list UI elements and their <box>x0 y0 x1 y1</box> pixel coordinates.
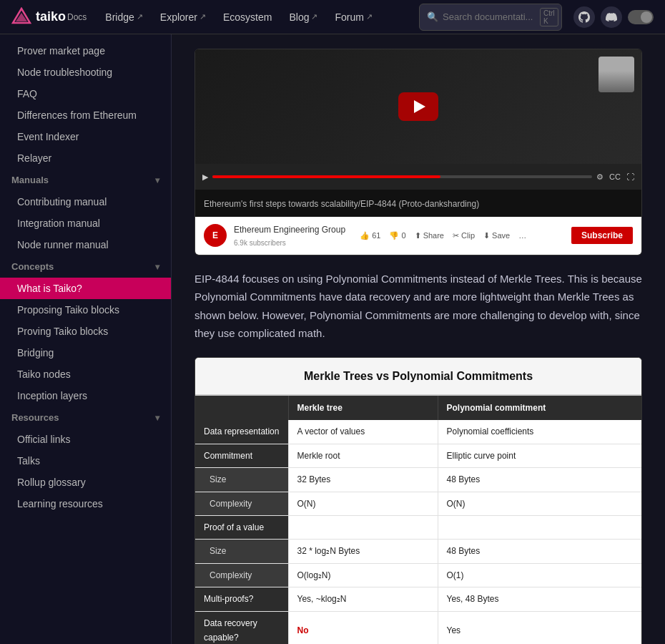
discord-button[interactable] <box>601 6 622 28</box>
sidebar-item-label: Node troubleshooting <box>17 67 112 78</box>
sidebar-item-label: What is Taiko? <box>17 283 82 294</box>
sidebar-item-label: Contributing manual <box>17 196 107 208</box>
sidebar-section-manuals[interactable]: Manuals ▾ <box>0 169 171 191</box>
discord-icon <box>606 11 617 23</box>
clip-btn-1[interactable]: ✂ Clip <box>453 229 475 243</box>
sidebar: Prover market page Node troubleshooting … <box>0 34 172 644</box>
speaker-thumbnail <box>598 57 634 92</box>
comparison-table-wrapper: Merkle Trees vs Polynomial Commitments M… <box>194 357 642 644</box>
table-title: Merkle Trees vs Polynomial Commitments <box>195 358 641 396</box>
sidebar-item-label: Relayer <box>17 152 51 164</box>
dark-mode-toggle[interactable] <box>628 10 654 24</box>
sidebar-item-label: Differences from Ethereum <box>17 109 137 121</box>
like-btn-1[interactable]: 👍 61 <box>360 229 380 243</box>
search-icon: 🔍 <box>427 11 438 22</box>
sidebar-item-learning-resources[interactable]: Learning resources <box>0 493 171 514</box>
sidebar-section-resources[interactable]: Resources ▾ <box>0 406 171 429</box>
subscribe-btn-1[interactable]: Subscribe <box>571 227 633 244</box>
sidebar-item-integration-manual[interactable]: Integration manual <box>0 213 171 234</box>
table-cell: Polynomial coefficients <box>438 420 641 444</box>
nav-blog[interactable]: Blog ↗ <box>282 9 325 26</box>
sidebar-item-label: Prover market page <box>17 45 105 57</box>
sidebar-item-proving-taiko-blocks[interactable]: Proving Taiko blocks <box>0 321 171 342</box>
search-shortcut: Ctrl K <box>540 8 558 26</box>
sidebar-item-faq[interactable]: FAQ <box>0 83 171 104</box>
resources-label: Resources <box>11 412 59 423</box>
settings-btn[interactable]: ⚙ <box>596 170 604 184</box>
concepts-label: Concepts <box>11 261 54 272</box>
search-box[interactable]: 🔍 Ctrl K <box>419 4 562 31</box>
sidebar-item-label: Rollup glossary <box>17 477 86 488</box>
sidebar-item-taiko-nodes[interactable]: Taiko nodes <box>0 364 171 385</box>
video-progress-bar[interactable] <box>212 175 592 178</box>
sidebar-item-event-indexer[interactable]: Event Indexer <box>0 126 171 147</box>
sidebar-item-proposing-taiko-blocks[interactable]: Proposing Taiko blocks <box>0 299 171 321</box>
sidebar-section-concepts[interactable]: Concepts ▾ <box>0 255 171 278</box>
table-cell: Proof of a value <box>195 516 288 540</box>
cc-btn[interactable]: CC <box>609 170 621 184</box>
table-cell: O(log₂N) <box>288 563 438 587</box>
table-cell: Size <box>195 468 288 492</box>
search-input[interactable] <box>443 11 536 22</box>
sidebar-item-node-runner-manual[interactable]: Node runner manual <box>0 234 171 255</box>
logo-area: taiko Docs <box>11 7 87 27</box>
table-cell <box>438 516 641 540</box>
docs-badge: Docs <box>67 12 87 22</box>
video-title-1: Ethereum's first steps towards scalabili… <box>204 199 479 209</box>
main-nav: Bridge ↗ Explorer ↗ Ecosystem Blog ↗ For… <box>98 9 413 26</box>
concepts-chevron: ▾ <box>155 262 159 272</box>
table-cell: Data recovery capable? <box>195 611 288 644</box>
resources-chevron: ▾ <box>155 413 159 423</box>
taiko-logo-icon <box>11 7 31 27</box>
sidebar-item-prover-market[interactable]: Prover market page <box>0 40 171 62</box>
sidebar-item-talks[interactable]: Talks <box>0 450 171 472</box>
manuals-chevron: ▾ <box>155 175 159 185</box>
dislike-btn-1[interactable]: 👎 0 <box>389 229 405 243</box>
video-embed-1: ▶ ⚙ CC ⛶ Ethereum's first steps towards … <box>194 49 642 255</box>
fullscreen-btn[interactable]: ⛶ <box>626 170 634 184</box>
sidebar-item-label: Taiko nodes <box>17 369 71 380</box>
sidebar-item-contributing-manual[interactable]: Contributing manual <box>0 191 171 213</box>
more-btn-1[interactable]: … <box>518 229 526 243</box>
sidebar-item-what-is-taiko[interactable]: What is Taiko? <box>0 278 171 299</box>
nav-ecosystem[interactable]: Ecosystem <box>216 9 279 26</box>
video-actions-1: 👍 61 👎 0 ⬆ Share ✂ Clip ⬇ Save … <box>360 229 526 243</box>
save-btn-1[interactable]: ⬇ Save <box>483 229 510 243</box>
channel-name-1: Ethereum Engineering Group <box>234 223 345 237</box>
header: taiko Docs Bridge ↗ Explorer ↗ Ecosystem… <box>0 0 665 34</box>
nav-forum[interactable]: Forum ↗ <box>327 9 379 26</box>
manuals-label: Manuals <box>11 175 49 185</box>
table-cell: 32 Bytes <box>288 468 438 492</box>
table-row: Multi-proofs? Yes, ~klog₂N Yes, 48 Bytes <box>195 587 641 611</box>
sidebar-item-label: FAQ <box>17 88 37 99</box>
play-button-1[interactable] <box>398 92 438 121</box>
sidebar-item-rollup-glossary[interactable]: Rollup glossary <box>0 472 171 493</box>
play-pause-btn[interactable]: ▶ <box>202 170 208 184</box>
table-cell: O(N) <box>438 492 641 515</box>
table-cell <box>288 516 438 540</box>
sidebar-item-relayer[interactable]: Relayer <box>0 147 171 169</box>
col-header-poly: Polynomial commitment <box>438 396 641 420</box>
table-cell: Merkle root <box>288 444 438 467</box>
table-row: Complexity O(N) O(N) <box>195 492 641 515</box>
sidebar-item-official-links[interactable]: Official links <box>0 429 171 450</box>
table-row: Complexity O(log₂N) O(1) <box>195 563 641 587</box>
sidebar-item-inception-layers[interactable]: Inception layers <box>0 385 171 406</box>
nav-explorer[interactable]: Explorer ↗ <box>153 9 213 26</box>
table-cell: Size <box>195 540 288 563</box>
channel-avatar-1: E <box>204 224 227 247</box>
col-header-category <box>195 396 288 420</box>
sidebar-item-differences[interactable]: Differences from Ethereum <box>0 104 171 126</box>
sidebar-item-node-troubleshooting[interactable]: Node troubleshooting <box>0 62 171 83</box>
merkle-vs-poly-table: Merkle tree Polynomial commitment Data r… <box>195 396 641 644</box>
channel-info-1: Ethereum Engineering Group 6.9k subscrib… <box>234 223 345 249</box>
table-row: Size 32 Bytes 48 Bytes <box>195 468 641 492</box>
sidebar-item-bridging[interactable]: Bridging <box>0 342 171 364</box>
header-icons <box>573 6 654 28</box>
table-cell-no: No <box>288 611 438 644</box>
sidebar-item-label: Learning resources <box>17 498 103 509</box>
github-button[interactable] <box>573 6 595 28</box>
sidebar-item-label: Integration manual <box>17 218 100 229</box>
share-btn-1[interactable]: ⬆ Share <box>415 229 444 243</box>
nav-bridge[interactable]: Bridge ↗ <box>98 9 149 26</box>
